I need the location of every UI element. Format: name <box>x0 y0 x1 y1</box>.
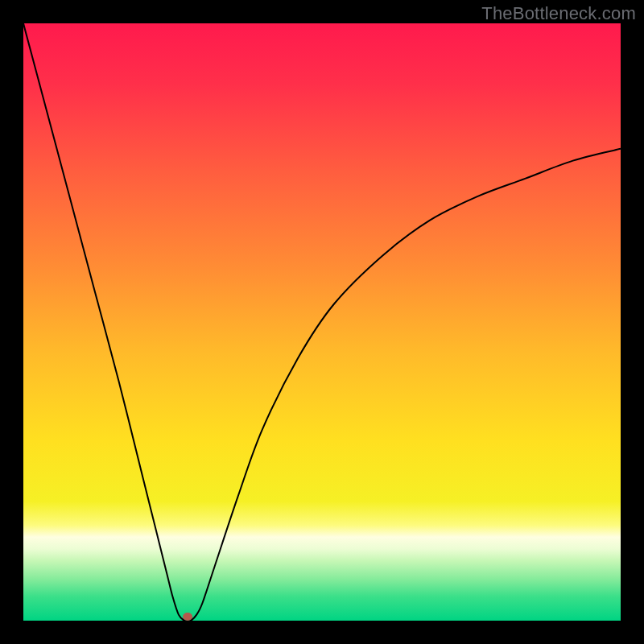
gradient-background <box>23 23 621 621</box>
optimal-point-marker <box>183 613 192 621</box>
chart-frame: TheBottleneck.com <box>0 0 644 644</box>
plot-area <box>23 23 621 621</box>
chart-svg <box>23 23 621 621</box>
attribution-label: TheBottleneck.com <box>481 3 636 24</box>
